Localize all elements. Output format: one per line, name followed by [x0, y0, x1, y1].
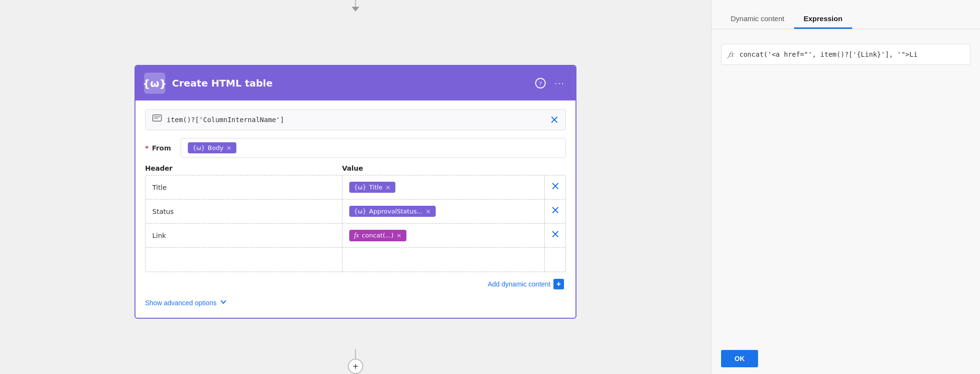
title-token-close[interactable]: × [385, 184, 391, 191]
add-dynamic-row: Add dynamic content + [145, 272, 566, 291]
title-token-icon: {ω} [354, 184, 366, 191]
table-row: Title {ω} Title × [146, 175, 565, 199]
delete-link-row-button[interactable] [551, 230, 560, 241]
create-html-table-card: {ω} Create HTML table ? ··· [135, 65, 576, 319]
ellipsis-icon: ··· [554, 78, 564, 88]
from-token-field[interactable]: {ω} Body × [181, 138, 566, 158]
table-row: Link fx concat(...) × [146, 224, 565, 248]
row-delete-status [544, 199, 565, 223]
expression-input[interactable] [739, 50, 963, 58]
card-body: item()?['ColumnInternalName'] * From {ω} [135, 100, 576, 318]
card-header-icon: {ω} [144, 73, 165, 94]
row-value-title: {ω} Title × [343, 175, 544, 199]
canvas-area: {ω} Create HTML table ? ··· [0, 0, 711, 374]
panel-tabs: Dynamic content Expression [711, 0, 980, 29]
table-row-empty [146, 248, 565, 272]
connector-line-bottom [355, 349, 356, 359]
add-dynamic-label: Add dynamic content [488, 280, 551, 288]
body-token-label: Body [208, 144, 223, 151]
panel-content: 𝑓𝑥 [711, 29, 980, 343]
add-step-button[interactable]: + [348, 359, 363, 374]
delete-title-row-button[interactable] [551, 182, 560, 193]
body-token-close[interactable]: × [226, 144, 232, 151]
empty-header-cell [146, 248, 343, 272]
header-col-label: Header [145, 164, 342, 172]
link-token-close[interactable]: × [396, 232, 402, 239]
connector-arrow-top [352, 7, 359, 12]
fx-icon: 𝑓𝑥 [728, 50, 734, 59]
card-header: {ω} Create HTML table ? ··· [135, 66, 576, 100]
value-col-label: Value [342, 164, 566, 172]
add-plus-icon: + [553, 279, 564, 289]
table-section: Header Value Title {ω} Title × [145, 164, 566, 291]
message-icon [152, 114, 162, 125]
link-token: fx concat(...) × [349, 230, 406, 241]
status-token-icon: {ω} [354, 208, 366, 215]
empty-value-cell [343, 248, 544, 272]
expression-bar: item()?['ColumnInternalName'] [145, 109, 566, 130]
connector-bottom: + [348, 349, 363, 374]
row-header-link: Link [146, 224, 343, 247]
chevron-down-icon [220, 298, 227, 307]
row-value-link: fx concat(...) × [343, 224, 544, 247]
row-delete-link [544, 224, 565, 247]
right-panel: Dynamic content Expression 𝑓𝑥 OK [711, 0, 980, 374]
from-label: * From [145, 144, 174, 152]
advanced-options-row: Show advanced options [145, 291, 566, 309]
status-token: {ω} ApprovalStatus... × [349, 206, 436, 217]
table-row: Status {ω} ApprovalStatus... × [146, 199, 565, 224]
from-row: * From {ω} Body × [145, 138, 566, 158]
more-options-button[interactable]: ··· [552, 76, 567, 90]
tab-dynamic-content[interactable]: Dynamic content [721, 10, 794, 29]
expression-input-row: 𝑓𝑥 [721, 44, 970, 65]
help-button[interactable]: ? [533, 76, 548, 90]
title-token: {ω} Title × [349, 182, 395, 193]
row-delete-title [544, 175, 565, 199]
required-star: * [145, 144, 148, 152]
svg-text:?: ? [539, 80, 542, 87]
table-headers: Header Value [145, 164, 566, 175]
expression-text: item()?['ColumnInternalName'] [167, 116, 545, 124]
status-token-close[interactable]: × [426, 208, 431, 215]
add-dynamic-content-button[interactable]: Add dynamic content + [488, 279, 564, 289]
row-value-status: {ω} ApprovalStatus... × [343, 199, 544, 223]
ok-button[interactable]: OK [721, 350, 758, 367]
advanced-options-label: Show advanced options [145, 299, 217, 307]
row-header-title: Title [146, 175, 343, 199]
empty-delete-cell [544, 248, 565, 272]
delete-status-row-button[interactable] [551, 206, 560, 217]
link-token-icon: fx [354, 232, 359, 239]
card-header-actions: ? ··· [533, 76, 567, 90]
row-header-status: Status [146, 199, 343, 223]
table-rows: Title {ω} Title × [145, 175, 566, 272]
body-token-icon: {ω} [193, 145, 205, 151]
body-token: {ω} Body × [188, 142, 236, 153]
expression-close-button[interactable] [550, 115, 559, 124]
tab-expression[interactable]: Expression [794, 10, 852, 29]
curly-braces-icon: {ω} [143, 77, 167, 89]
panel-action-row: OK [711, 343, 980, 374]
card-title: Create HTML table [172, 77, 527, 89]
show-advanced-options-button[interactable]: Show advanced options [145, 298, 227, 307]
